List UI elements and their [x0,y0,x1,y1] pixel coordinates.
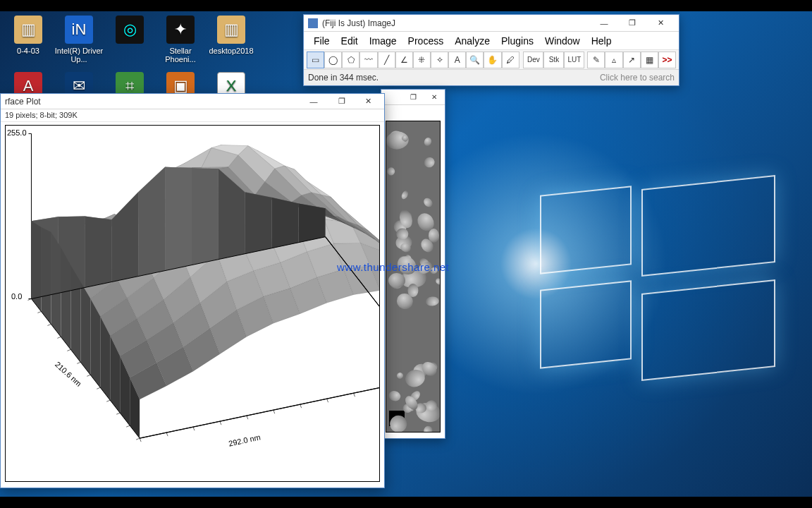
stellar-icon: ✦ [166,16,195,44]
tool-spray[interactable]: ▦ [641,52,658,68]
tool-polygon[interactable]: ⬠ [342,52,359,68]
titlebar[interactable]: rface Plot — ❐ ✕ [1,94,384,109]
menu-bar: File Edit Image Process Analyze Plugins … [304,32,679,50]
tool-arrow[interactable]: ↗ [623,52,641,68]
svg-line-163 [37,311,41,313]
menu-analyze[interactable]: Analyze [449,35,496,47]
svg-line-173 [136,438,140,440]
desktop-icon[interactable]: ◎ [104,16,155,47]
surface-plot-window: rface Plot — ❐ ✕ 19 pixels; 8-bit; 309K … [0,93,385,488]
menu-plugins[interactable]: Plugins [496,35,539,47]
tool-oval[interactable]: ◯ [324,52,342,68]
svg-line-156 [300,404,302,408]
menu-file[interactable]: File [308,35,336,47]
svg-line-158 [354,393,355,397]
desktop-icon-label: Intel(R) Driver Up... [54,47,104,64]
tool-lut[interactable]: LUT [564,52,584,68]
z-max-label: 255.0 [7,128,27,137]
menu-edit[interactable]: Edit [336,35,364,47]
svg-marker-127 [111,192,138,282]
svg-line-153 [220,421,221,425]
desktop-icon-label: desktop2018 [206,47,257,55]
image-info: 19 pixels; 8-bit; 309K [1,109,384,122]
svg-marker-136 [41,227,51,324]
z-min-label: 0.0 [11,292,22,301]
menu-window[interactable]: Window [539,35,586,47]
desktop-icon[interactable]: ✦ Stellar Phoeni... [155,16,206,64]
svg-line-174 [140,376,379,438]
svg-line-152 [193,427,195,430]
svg-line-166 [67,349,70,351]
imagej-app-icon [308,18,318,28]
svg-line-154 [247,416,248,419]
tool-wand[interactable]: ✧ [431,52,448,68]
tool-zoom[interactable]: 🔍 [466,52,484,68]
svg-marker-138 [61,248,70,350]
svg-line-164 [47,324,51,325]
svg-line-150 [140,438,141,442]
svg-line-169 [97,387,100,389]
surface-plot-canvas[interactable]: 255.0 0.0 210.6 nm 292.0 nm [5,125,380,482]
minimize-button[interactable]: — [590,16,618,31]
svg-line-172 [126,425,130,427]
surface-plot-svg [6,126,379,481]
svg-line-170 [106,400,110,401]
menu-help[interactable]: Help [586,35,617,47]
status-text: Done in 344 msec. [308,73,379,83]
tool-text[interactable]: A [448,52,466,68]
titlebar[interactable]: (Fiji Is Just) ImageJ — ❐ ✕ [304,15,679,32]
tool-more[interactable]: >> [658,52,676,68]
restore-button[interactable]: ❐ [402,90,424,104]
image-window: ❐ ✕ [381,89,445,439]
svg-line-171 [116,413,120,414]
wallpaper-pane [641,279,775,381]
folder-icon: ▥ [14,16,42,44]
svg-marker-126 [85,217,111,288]
titlebar[interactable]: ❐ ✕ [381,90,445,105]
svg-marker-133 [272,198,299,248]
svg-line-151 [166,433,168,436]
tool-stk[interactable]: Stk [543,52,564,68]
desktop-icon[interactable]: ▥ 0-4-03 [3,16,54,55]
close-button[interactable]: ✕ [646,16,675,31]
tool-brush[interactable]: ✎ [587,52,605,68]
tool-hand[interactable]: ✋ [484,52,501,68]
tool-line[interactable]: ╱ [378,52,395,68]
svg-marker-130 [192,168,219,265]
desktop-icon[interactable]: ▥ desktop2018 [206,16,257,55]
svg-line-167 [77,362,80,363]
tool-dev[interactable]: Dev [523,52,543,68]
svg-line-155 [273,410,275,413]
tool-freehand[interactable]: 〰 [359,52,377,68]
app-icon: ◎ [116,16,144,44]
close-button[interactable]: ✕ [424,90,445,104]
svg-line-168 [87,375,90,376]
tool-rectangle[interactable]: ▭ [307,52,324,68]
folder-icon: ▥ [217,16,245,44]
close-button[interactable]: ✕ [356,94,380,109]
tool-flood[interactable]: ▵ [605,52,622,68]
menu-image[interactable]: Image [364,35,402,47]
restore-button[interactable]: ❐ [328,94,356,109]
tool-picker[interactable]: 🖊 [502,52,519,68]
minimize-button[interactable]: — [300,94,328,109]
svg-marker-134 [299,204,326,243]
svg-marker-137 [51,232,61,337]
intel-icon: iN [65,16,93,44]
imagej-main-window: (Fiji Is Just) ImageJ — ❐ ✕ File Edit Im… [303,14,679,86]
maximize-button[interactable]: ❐ [618,16,646,31]
desktop-icon[interactable]: iN Intel(R) Driver Up... [54,16,104,64]
svg-line-157 [327,399,328,402]
window-title: rface Plot [5,97,41,107]
svg-marker-129 [165,167,192,271]
tool-bar: ▭◯⬠〰╱∠⁜✧A🔍✋🖊DevStkLUT✎▵↗▦>> [304,50,679,70]
desktop-icon-label: Stellar Phoeni... [155,47,206,64]
menu-process[interactable]: Process [402,35,450,47]
search-hint[interactable]: Click here to search [600,73,675,83]
desktop: ▥ 0-4-03 iN Intel(R) Driver Up... ◎ ✦ St… [0,11,812,497]
tool-multipoint[interactable]: ⁜ [413,52,431,68]
status-bar: Done in 344 msec. Click here to search [304,70,679,85]
image-canvas[interactable] [386,121,441,433]
tool-angle[interactable]: ∠ [395,52,413,68]
desktop-icon-label: 0-4-03 [3,47,54,55]
